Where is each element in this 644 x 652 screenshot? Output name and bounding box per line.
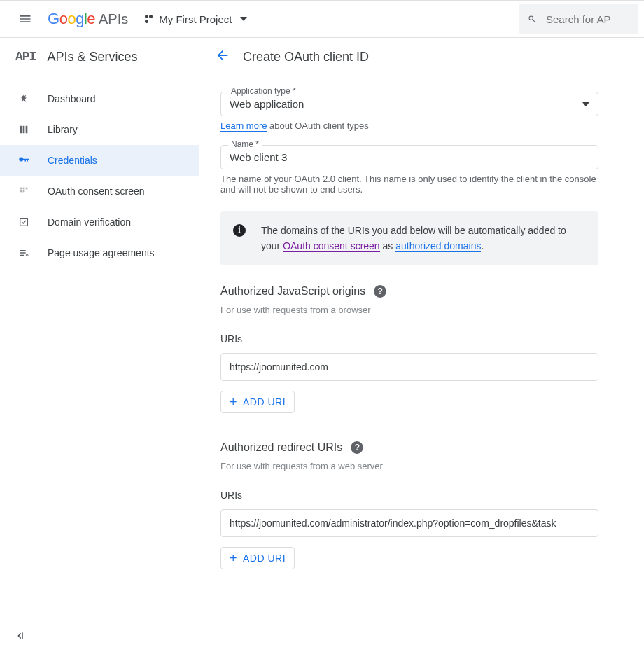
main-content: Create OAuth client ID Application type … <box>200 38 644 652</box>
google-logo: Google <box>48 10 95 28</box>
name-help: The name of your OAuth 2.0 client. This … <box>220 174 598 195</box>
sidebar-item-label: Library <box>48 124 78 135</box>
sidebar-item-domain-verification[interactable]: Domain verification <box>0 207 199 237</box>
add-redirect-uri-button[interactable]: + ADD URI <box>220 547 295 569</box>
redirect-uris-label: URIs <box>220 490 598 501</box>
hamburger-menu-button[interactable] <box>11 5 39 33</box>
api-badge: API <box>15 50 36 64</box>
redirect-uris-section: Authorized redirect URIs ? For use with … <box>220 441 598 569</box>
agreement-icon <box>17 247 31 258</box>
sidebar-item-label: Credentials <box>48 155 97 166</box>
svg-point-6 <box>26 254 28 256</box>
add-uri-label: ADD URI <box>243 396 286 408</box>
main-header: Create OAuth client ID <box>200 38 644 76</box>
sidebar-item-label: OAuth consent screen <box>48 186 145 197</box>
hamburger-icon <box>18 12 32 26</box>
sidebar-item-library[interactable]: Library <box>0 114 199 145</box>
plus-icon: + <box>230 397 237 407</box>
learn-more-link[interactable]: Learn more <box>220 120 267 132</box>
sidebar-item-label: Page usage agreements <box>48 247 155 258</box>
application-type-value: Web application <box>230 98 304 110</box>
redirect-uri-input[interactable] <box>220 509 598 537</box>
plus-icon: + <box>230 553 237 563</box>
search-icon <box>528 13 536 25</box>
topbar: Google APIs My First Project <box>0 0 644 38</box>
add-js-origin-button[interactable]: + ADD URI <box>220 391 295 413</box>
info-text: The domains of the URIs you add below wi… <box>261 223 586 254</box>
add-uri-label: ADD URI <box>243 553 286 564</box>
sidebar-nav: Dashboard Library Credentials OAuth cons… <box>0 76 199 652</box>
sidebar-item-dashboard[interactable]: Dashboard <box>0 83 199 114</box>
svg-rect-4 <box>23 190 25 193</box>
chevron-down-icon <box>240 17 247 21</box>
js-origins-title: Authorized JavaScript origins <box>220 285 365 298</box>
search-input[interactable] <box>546 13 630 25</box>
key-icon <box>17 154 31 167</box>
info-icon: i <box>233 224 246 237</box>
help-icon[interactable]: ? <box>351 441 363 454</box>
form-area: Application type * Web application Learn… <box>200 76 620 618</box>
redirect-uris-title: Authorized redirect URIs <box>220 441 342 454</box>
redirect-uris-desc: For use with requests from a web server <box>220 461 598 471</box>
sidebar-title: APIs & Services <box>47 50 137 64</box>
js-origins-section: Authorized JavaScript origins ? For use … <box>220 285 598 413</box>
sidebar-item-credentials[interactable]: Credentials <box>0 145 199 176</box>
project-selector[interactable]: My First Project <box>145 13 247 25</box>
project-dots-icon <box>145 15 153 23</box>
chevron-down-icon <box>582 102 589 106</box>
info-box: i The domains of the URIs you add below … <box>220 211 598 265</box>
chevron-left-icon <box>14 630 25 641</box>
application-type-help: Learn more about OAuth client types <box>220 120 598 131</box>
svg-rect-5 <box>20 219 28 226</box>
arrow-left-icon <box>215 48 230 63</box>
help-icon[interactable]: ? <box>374 285 386 298</box>
svg-rect-2 <box>26 188 28 190</box>
name-field[interactable]: Name * <box>220 145 598 169</box>
project-name: My First Project <box>159 13 232 25</box>
application-type-label: Application type * <box>228 86 299 96</box>
library-icon <box>17 124 31 135</box>
authorized-domains-link[interactable]: authorized domains <box>396 240 481 252</box>
js-origin-uri-input[interactable] <box>220 353 598 381</box>
sidebar-item-label: Dashboard <box>48 93 96 104</box>
js-origins-uris-label: URIs <box>220 333 598 345</box>
apis-label: APIs <box>99 11 128 27</box>
application-type-select[interactable]: Application type * Web application <box>220 92 598 116</box>
sidebar-collapse-button[interactable] <box>14 630 25 644</box>
svg-rect-3 <box>20 190 22 193</box>
consent-icon <box>17 186 31 197</box>
name-label: Name * <box>228 139 262 149</box>
logo[interactable]: Google APIs <box>48 10 128 28</box>
name-input[interactable] <box>230 151 589 163</box>
js-origins-desc: For use with requests from a browser <box>220 305 598 315</box>
js-origins-title-row: Authorized JavaScript origins ? <box>220 285 598 298</box>
sidebar: API APIs & Services Dashboard Library <box>0 38 200 652</box>
oauth-consent-link[interactable]: OAuth consent screen <box>283 240 380 252</box>
back-button[interactable] <box>215 48 230 67</box>
svg-rect-7 <box>22 632 22 639</box>
sidebar-item-oauth-consent[interactable]: OAuth consent screen <box>0 176 199 207</box>
check-icon <box>17 216 31 228</box>
search-bar[interactable] <box>519 4 638 34</box>
page-title: Create OAuth client ID <box>243 50 369 64</box>
svg-rect-0 <box>20 188 22 190</box>
redirect-uris-title-row: Authorized redirect URIs ? <box>220 441 598 454</box>
svg-rect-1 <box>23 188 25 190</box>
sidebar-header: API APIs & Services <box>0 38 199 76</box>
dashboard-icon <box>17 93 31 104</box>
sidebar-item-label: Domain verification <box>48 216 131 228</box>
sidebar-item-page-usage[interactable]: Page usage agreements <box>0 237 199 268</box>
